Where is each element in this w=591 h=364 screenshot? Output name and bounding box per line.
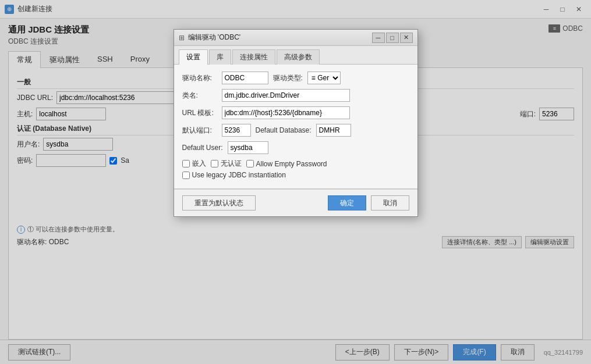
- modal-footer: 重置为默认状态 确定 取消: [174, 189, 417, 216]
- url-template-row: URL 模板:: [182, 106, 409, 119]
- modal-title-bar: ⊞ 编辑驱动 'ODBC' ─ □ ✕: [174, 30, 417, 46]
- modal-footer-actions: 确定 取消: [328, 195, 409, 210]
- default-port-input[interactable]: [222, 124, 251, 137]
- allow-empty-pwd-checkbox[interactable]: [246, 160, 254, 167]
- default-db-label: Default Database:: [256, 126, 312, 134]
- modal-cancel-button[interactable]: 取消: [371, 195, 409, 210]
- driver-name-field[interactable]: [222, 72, 268, 84]
- class-name-label: 类名:: [182, 91, 217, 101]
- modal-overlay: ⊞ 编辑驱动 'ODBC' ─ □ ✕ 设置 库 连接属性 高级参数 驱动名称:…: [0, 0, 591, 364]
- modal-tab-library[interactable]: 库: [209, 49, 231, 65]
- driver-type-select[interactable]: ≡ Ger: [307, 72, 341, 84]
- modal-title-text: 编辑驱动 'ODBC': [188, 33, 372, 42]
- class-name-row: 类名:: [182, 89, 409, 102]
- driver-name-field-label: 驱动名称:: [182, 73, 217, 83]
- modal-title-buttons: ─ □ ✕: [372, 33, 413, 43]
- no-auth-checkbox[interactable]: [211, 160, 218, 167]
- modal-tab-connection-props[interactable]: 连接属性: [232, 49, 275, 65]
- legacy-jdbc-label: Use legacy JDBC instantiation: [192, 171, 286, 179]
- modal-title-icon: ⊞: [179, 34, 185, 42]
- modal-close-button[interactable]: ✕: [400, 33, 413, 43]
- default-db-input[interactable]: [316, 124, 351, 137]
- ok-button[interactable]: 确定: [328, 195, 366, 210]
- embed-label: 嵌入: [192, 159, 206, 169]
- allow-empty-pwd-label: Allow Empty Password: [256, 160, 327, 168]
- checkbox-row-2: Use legacy JDBC instantiation: [182, 171, 409, 179]
- embed-checkbox[interactable]: [182, 160, 190, 167]
- edit-driver-modal: ⊞ 编辑驱动 'ODBC' ─ □ ✕ 设置 库 连接属性 高级参数 驱动名称:…: [174, 29, 418, 217]
- class-name-input[interactable]: [222, 89, 350, 102]
- driver-name-type-row: 驱动名称: 驱动类型: ≡ Ger: [182, 72, 409, 84]
- modal-tab-settings[interactable]: 设置: [179, 49, 208, 65]
- legacy-jdbc-checkbox[interactable]: [182, 172, 190, 179]
- default-user-input[interactable]: [228, 141, 268, 154]
- checkbox-row-1: 嵌入 无认证 Allow Empty Password: [182, 159, 409, 169]
- modal-minimize-button[interactable]: ─: [372, 33, 385, 43]
- reset-button[interactable]: 重置为默认状态: [182, 195, 256, 210]
- url-template-label: URL 模板:: [182, 108, 217, 118]
- driver-type-label: 驱动类型:: [273, 73, 303, 83]
- modal-maximize-button[interactable]: □: [386, 33, 399, 43]
- default-user-label: Default User:: [182, 144, 223, 152]
- default-user-row: Default User:: [182, 141, 409, 154]
- port-db-row: 默认端口: Default Database:: [182, 124, 409, 137]
- modal-tabs: 设置 库 连接属性 高级参数: [174, 46, 417, 65]
- modal-body: 驱动名称: 驱动类型: ≡ Ger 类名: URL 模板: 默认端口:: [174, 65, 417, 189]
- default-port-label: 默认端口:: [182, 126, 217, 135]
- url-template-input[interactable]: [222, 106, 350, 119]
- modal-tab-advanced[interactable]: 高级参数: [277, 49, 320, 65]
- no-auth-label: 无认证: [221, 159, 242, 169]
